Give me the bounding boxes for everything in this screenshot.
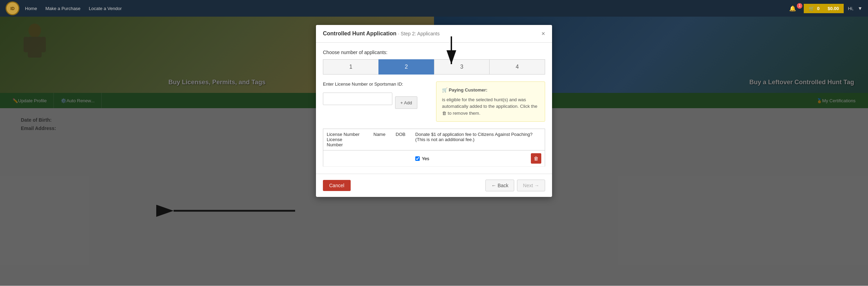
paying-customer-label: 🛒 Paying Customer:: [442, 87, 539, 94]
nav-links: Home Make a Purchase Locate a Vendor: [25, 6, 786, 11]
modal-close-button[interactable]: ×: [541, 31, 545, 37]
user-menu[interactable]: Hi,: [848, 6, 853, 11]
donate-checkbox[interactable]: [415, 156, 420, 161]
license-input[interactable]: [323, 93, 392, 105]
arrow-down-indicator: [441, 33, 476, 75]
donate-label: Yes: [422, 156, 429, 161]
home-link[interactable]: Home: [25, 6, 37, 11]
cancel-button[interactable]: Cancel: [323, 180, 351, 191]
make-purchase-link[interactable]: Make a Purchase: [45, 6, 81, 11]
footer-nav-buttons: ← Back Next →: [485, 180, 545, 191]
cell-license: [323, 150, 370, 167]
modal-header: Controlled Hunt Application · Step 2: Ap…: [316, 25, 552, 43]
delete-applicant-button[interactable]: 🗑: [531, 153, 541, 164]
choose-applicants-label: Choose number of applicants:: [323, 50, 545, 55]
locate-vendor-link[interactable]: Locate a Vendor: [89, 6, 122, 11]
bell-notification[interactable]: 🔔 1: [786, 5, 800, 12]
bell-badge: 1: [797, 3, 802, 9]
info-box-message: is eligible for the selected hunt(s) and…: [442, 96, 539, 117]
next-button[interactable]: Next →: [517, 180, 545, 191]
table-row: Yes 🗑: [323, 150, 545, 167]
logo: ID: [6, 1, 19, 15]
cell-donate: Yes 🗑: [412, 150, 545, 167]
col-license-number: License Number Name LicenseNumber: [323, 129, 370, 150]
paying-customer-info: 🛒 Paying Customer: is eligible for the s…: [436, 81, 545, 122]
col-donate: Donate $1 of application fee to Citizens…: [412, 129, 545, 150]
applicant-count-selector: 1 2 3 4: [323, 59, 545, 75]
license-input-group: Enter License Number or Sportsman ID: + …: [323, 81, 432, 109]
add-applicant-button[interactable]: + Add: [395, 96, 417, 109]
modal-dialog: Controlled Hunt Application · Step 2: Ap…: [316, 25, 552, 197]
cart-button[interactable]: 🛒 0 $0.00: [804, 4, 844, 13]
nav-right: 🔔 1 🛒 0 $0.00 Hi, ▼: [786, 4, 862, 13]
col-dob: DOB: [392, 129, 412, 150]
license-input-row: Enter License Number or Sportsman ID: + …: [323, 81, 545, 122]
arrow-next-indicator: [139, 200, 312, 222]
col-name: Name: [370, 129, 392, 150]
back-button[interactable]: ← Back: [485, 180, 514, 191]
license-input-label: Enter License Number or Sportsman ID:: [323, 81, 432, 87]
cell-dob: [392, 150, 412, 167]
donate-checkbox-row: Yes: [415, 156, 429, 161]
count-btn-4[interactable]: 4: [489, 59, 545, 75]
cell-name: [370, 150, 392, 167]
modal-body: Choose number of applicants: 1 2 3 4: [316, 43, 552, 174]
modal-title: Controlled Hunt Application · Step 2: Ap…: [323, 31, 440, 37]
count-btn-1[interactable]: 1: [323, 59, 378, 75]
modal-footer: Cancel ← Back Next →: [316, 174, 552, 197]
page-content: Buy Licenses, Permits, and Tags Buy a Le…: [0, 17, 868, 286]
svg-text:ID: ID: [10, 6, 15, 11]
step-label: · Step 2: Applicants: [398, 31, 440, 36]
top-navigation: ID Home Make a Purchase Locate a Vendor …: [0, 0, 868, 17]
count-btn-2[interactable]: 2: [378, 59, 434, 75]
applicants-table: License Number Name LicenseNumber Name D…: [323, 129, 545, 167]
info-box: 🛒 Paying Customer: is eligible for the s…: [436, 81, 545, 122]
user-dropdown-icon[interactable]: ▼: [858, 6, 862, 11]
